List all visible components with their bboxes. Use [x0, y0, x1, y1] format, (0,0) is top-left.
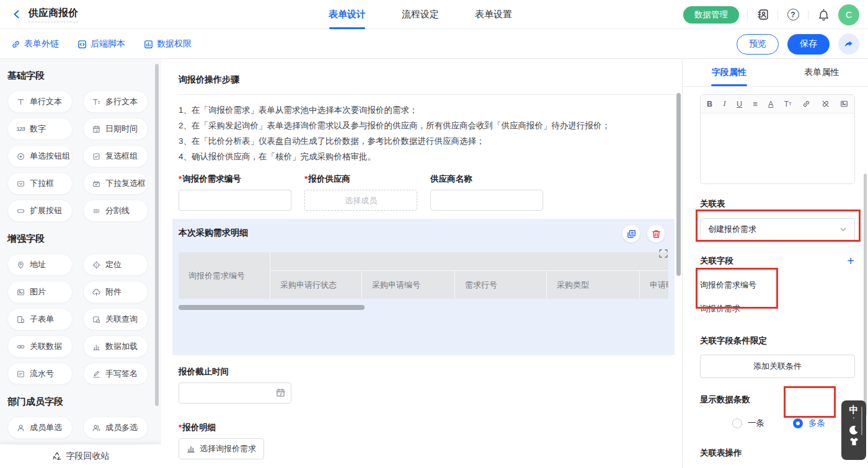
italic-icon[interactable]: I	[723, 99, 725, 108]
backend-script-button[interactable]: 后端脚本	[78, 38, 125, 50]
add-condition-button[interactable]: 添加关联条件	[700, 355, 855, 378]
deadline-date-input[interactable]	[179, 382, 291, 404]
field-supplier-name[interactable]: 供应商名称	[430, 174, 543, 211]
related-table-select[interactable]: 创建报价需求	[700, 218, 855, 241]
underline-icon[interactable]: U	[737, 100, 742, 108]
tab-flow-setting[interactable]: 流程设定	[402, 0, 439, 29]
subform-section-purchase-detail[interactable]: 本次采购需求明细 询报价需求编号	[172, 219, 675, 355]
expand-fullscreen-icon[interactable]	[658, 249, 668, 258]
external-link-button[interactable]: 表单外链	[11, 38, 59, 50]
align-icon[interactable]: ≡	[753, 100, 757, 108]
field-subform[interactable]: 子表单	[7, 308, 73, 330]
form-toolbar: 表单外链 后端脚本 数据权限 预览 保存	[0, 30, 868, 59]
deadline-label[interactable]: 报价截止时间	[179, 366, 675, 377]
data-permission-button[interactable]: 数据权限	[144, 38, 192, 50]
radio-unselected-icon[interactable]	[732, 418, 742, 428]
deadline-date-field[interactable]	[179, 382, 291, 404]
field-related-lookup[interactable]: 关联查询	[83, 308, 148, 330]
contact-book-icon[interactable]	[756, 8, 769, 22]
share-button[interactable]	[838, 33, 859, 55]
supplier-name-input[interactable]	[430, 190, 543, 211]
field-member-multi[interactable]: 成员多选	[83, 417, 148, 439]
field-related-data[interactable]: 关联数据	[7, 335, 73, 358]
field-checkbox-group[interactable]: 复选框组	[83, 145, 148, 167]
related-field-item[interactable]: 询报价需求	[700, 303, 854, 314]
copy-field-button[interactable]	[622, 225, 640, 242]
skin-shirt-icon[interactable]	[849, 437, 859, 446]
ime-mode-indicator[interactable]: 中	[849, 404, 859, 416]
field-image[interactable]: 图片	[7, 281, 73, 303]
panel-tabs: 字段属性 表单属性	[683, 59, 868, 87]
column-purchase-type: 采购类型	[547, 271, 640, 299]
ime-toolbar[interactable]: 中 ʼ	[841, 400, 866, 460]
field-single-line-text[interactable]: 单行文本	[7, 91, 73, 113]
horizontal-scrollbar[interactable]	[179, 305, 365, 310]
request-no-input[interactable]	[179, 190, 291, 211]
divider	[808, 10, 808, 20]
chevron-down-icon	[839, 226, 847, 233]
field-divider[interactable]: 分割线	[83, 200, 148, 222]
field-quote-supplier[interactable]: *报价供应商	[304, 174, 417, 211]
app-title[interactable]: 供应商报价	[29, 7, 78, 22]
field-radio-group[interactable]: 单选按钮组	[7, 145, 73, 167]
notification-bell-icon[interactable]	[817, 8, 830, 22]
radio-selected-icon[interactable]	[793, 418, 803, 428]
panel-scrollbar[interactable]	[864, 174, 867, 415]
column-apply-line-status: 采购申请行状态	[270, 271, 362, 299]
tab-field-props[interactable]: 字段属性	[683, 59, 776, 86]
field-data-load[interactable]: 数据加载	[83, 335, 148, 358]
field-serial-number[interactable]: 流水号	[7, 363, 73, 385]
steps-heading[interactable]: 询报价操作步骤	[179, 74, 675, 86]
editor-content[interactable]	[701, 113, 854, 183]
tab-form-setting[interactable]: 表单设置	[475, 0, 512, 29]
field-attachment[interactable]: 附件	[83, 281, 148, 303]
field-member-single[interactable]: 成员单选	[7, 417, 73, 439]
sidebar-scrollbar[interactable]	[155, 64, 159, 406]
field-extend-button[interactable]: 扩展按钮	[7, 200, 73, 222]
field-recycle-bin[interactable]: 字段回收站	[0, 444, 161, 468]
canvas-scrollbar[interactable]	[676, 93, 681, 276]
rich-text-editor[interactable]: B I U ≡ A TT	[700, 94, 855, 184]
field-multi-select[interactable]: 下拉复选框	[83, 172, 148, 195]
back-icon[interactable]	[10, 7, 24, 21]
field-label: 报价供应商	[308, 174, 350, 183]
radio-option-multiple[interactable]: 多条	[793, 418, 825, 429]
people-icon	[92, 424, 101, 432]
supplier-member-input[interactable]	[304, 190, 417, 211]
related-field-item[interactable]: 询报价需求编号	[700, 280, 854, 291]
insert-image-icon[interactable]	[840, 100, 848, 108]
font-color-icon[interactable]: A	[768, 100, 773, 108]
field-number[interactable]: 123 数字	[7, 118, 73, 140]
user-avatar[interactable]: C	[838, 4, 859, 25]
font-size-icon[interactable]: TT	[784, 100, 792, 108]
field-signature[interactable]: 手写签名	[83, 363, 148, 385]
property-panel: 字段属性 表单属性 B I U ≡ A TT 关联表 创	[682, 59, 868, 468]
add-related-field-icon[interactable]: +	[847, 255, 854, 267]
remove-link-icon[interactable]	[822, 100, 830, 108]
section-title-member: 部门成员字段	[7, 396, 154, 408]
tab-form-design[interactable]: 表单设计	[329, 0, 366, 29]
insert-link-icon[interactable]	[802, 100, 810, 108]
field-location[interactable]: 定位	[83, 254, 148, 276]
select-inquiry-request-button[interactable]: 选择询报价需求	[179, 438, 264, 459]
image-icon	[16, 288, 25, 296]
column-apply-no: 采购申请编号	[362, 271, 455, 299]
help-icon[interactable]: ?	[786, 8, 800, 22]
preview-button[interactable]: 预览	[737, 34, 779, 55]
ime-punctuation-indicator[interactable]: ʼ	[853, 416, 854, 423]
radio-option-single[interactable]: 一条	[732, 418, 764, 429]
step-line-1: 1、在「询报价需求」表单从需求池中选择本次要询报价的需求；	[179, 102, 675, 118]
delete-field-button[interactable]	[647, 225, 665, 242]
field-select[interactable]: 下拉框	[7, 172, 73, 195]
field-address[interactable]: 地址	[7, 254, 73, 276]
data-manage-button[interactable]: 数据管理	[683, 6, 739, 24]
field-multi-line-text[interactable]: 多行文本	[83, 91, 148, 113]
field-request-no[interactable]: *询报价需求编号	[179, 174, 291, 211]
field-datetime[interactable]: 日期时间	[83, 118, 148, 140]
moon-icon[interactable]	[848, 425, 859, 436]
checkbox-icon	[92, 152, 101, 161]
tab-form-props[interactable]: 表单属性	[776, 59, 868, 86]
save-button[interactable]: 保存	[787, 34, 830, 55]
person-icon	[16, 424, 25, 432]
bold-icon[interactable]: B	[707, 100, 712, 108]
